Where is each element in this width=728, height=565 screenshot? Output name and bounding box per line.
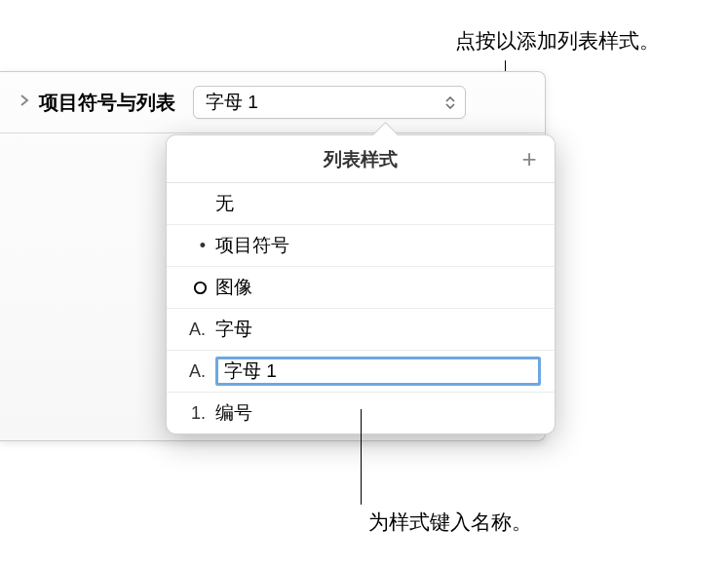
- list-item[interactable]: 无: [167, 183, 555, 225]
- popover-header: 列表样式 +: [167, 135, 555, 183]
- style-label: 编号: [215, 400, 541, 426]
- plus-icon: +: [521, 146, 536, 171]
- bullets-lists-label: 项目符号与列表: [39, 90, 175, 116]
- style-name-input[interactable]: [215, 357, 541, 386]
- disclosure-triangle-icon[interactable]: [19, 93, 29, 112]
- letter-marker: A.: [180, 320, 215, 340]
- list-item[interactable]: A. 字母: [167, 309, 555, 351]
- style-label: 字母: [215, 317, 541, 342]
- list-style-popover: 列表样式 + 无 • 项目符号 图像 A. 字母 A. 1. 编: [166, 134, 556, 434]
- style-list: 无 • 项目符号 图像 A. 字母 A. 1. 编号: [167, 183, 555, 433]
- style-label: 无: [215, 191, 541, 216]
- list-item[interactable]: A.: [167, 351, 555, 393]
- chevron-updown-icon: [445, 96, 455, 109]
- list-item[interactable]: • 项目符号: [167, 225, 555, 267]
- number-marker: 1.: [180, 403, 215, 424]
- style-label: 项目符号: [215, 233, 541, 258]
- callout-line-bottom: [361, 409, 362, 505]
- popover-title: 列表样式: [324, 147, 398, 172]
- list-item[interactable]: 图像: [167, 267, 555, 309]
- add-style-button[interactable]: +: [517, 147, 541, 170]
- panel-header: 项目符号与列表 字母 1: [0, 72, 545, 133]
- letter-marker: A.: [180, 361, 215, 382]
- callout-enter-name: 为样式键入名称。: [368, 508, 532, 536]
- bullet-icon: •: [180, 236, 215, 256]
- list-style-dropdown[interactable]: 字母 1: [193, 86, 466, 119]
- callout-add-style: 点按以添加列表样式。: [455, 27, 660, 55]
- circle-icon: [180, 281, 215, 295]
- style-label: 图像: [215, 275, 541, 300]
- svg-point-0: [195, 282, 206, 292]
- dropdown-value: 字母 1: [206, 90, 258, 115]
